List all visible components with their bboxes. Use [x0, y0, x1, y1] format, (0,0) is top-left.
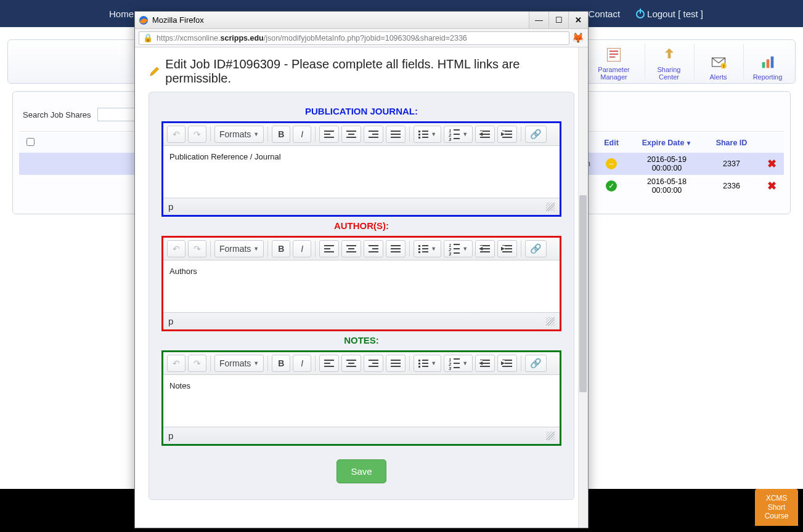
formats-dropdown[interactable]: Formats▼ [214, 355, 264, 372]
align-right-button[interactable] [364, 240, 383, 257]
lock-icon: 🔒 [143, 33, 153, 42]
save-button[interactable]: Save [336, 459, 386, 483]
insert-link-button[interactable]: 🔗 [525, 355, 547, 372]
parameter-manager-icon [605, 46, 622, 63]
window-minimize-button[interactable]: — [529, 12, 548, 28]
ribbon-parameter-manager[interactable]: Parameter Manager [584, 44, 643, 81]
sharing-center-icon [661, 46, 678, 63]
formats-dropdown[interactable]: Formats▼ [214, 240, 264, 257]
cell-expire: 2016-05-18 00:00:00 [630, 175, 704, 197]
outdent-button[interactable] [475, 355, 495, 372]
resize-grip-icon[interactable] [546, 317, 555, 326]
align-left-button[interactable] [319, 126, 339, 143]
scrollbar[interactable] [578, 47, 588, 528]
undo-button[interactable]: ↶ [167, 355, 185, 372]
align-center-button[interactable] [341, 240, 361, 257]
nav-logout[interactable]: Logout [ test ] [636, 9, 703, 19]
window-maximize-button[interactable]: ☐ [548, 12, 568, 28]
editor-status-path[interactable]: p [168, 430, 173, 441]
sort-desc-icon: ▼ [685, 140, 691, 147]
redo-button[interactable]: ↷ [188, 240, 206, 257]
indent-button[interactable] [497, 126, 517, 143]
edit-pending-icon[interactable]: – [606, 158, 617, 169]
number-list-button[interactable]: 123▼ [444, 355, 473, 372]
url-input[interactable]: 🔒 https://xcmsonline.scripps.edu/json/mo… [139, 31, 569, 45]
col-edit[interactable]: Edit [593, 133, 630, 153]
col-expire[interactable]: Expire Date▼ [630, 133, 704, 153]
editor-status-path[interactable]: p [168, 316, 173, 326]
redo-button[interactable]: ↷ [188, 355, 206, 372]
editor-content[interactable]: Notes [163, 375, 560, 427]
label-publication-journal: PUBLICATION JOURNAL: [161, 106, 561, 116]
page-title: Edit Job ID#1096309 - Please complete al… [165, 57, 574, 86]
edit-ok-icon[interactable]: ✓ [606, 180, 617, 191]
firefox-window: Mozilla Firefox — ☐ ✕ 🔒 https://xcmsonli… [134, 11, 589, 528]
align-right-button[interactable] [364, 355, 383, 372]
bold-button[interactable]: B [272, 355, 290, 372]
italic-button[interactable]: I [293, 240, 311, 257]
xcms-course-tab[interactable]: XCMS Short Course [755, 489, 798, 526]
alerts-icon: ! [710, 54, 727, 71]
bullet-list-button[interactable]: ▼ [414, 126, 441, 143]
editor-authors: ↶ ↷ Formats▼ B I ▼ 123▼ [161, 236, 561, 331]
align-left-button[interactable] [319, 355, 339, 372]
editor-toolbar: ↶ ↷ Formats▼ B I ▼ 123▼ [163, 352, 560, 375]
undo-button[interactable]: ↶ [167, 240, 185, 257]
insert-link-button[interactable]: 🔗 [525, 240, 547, 257]
url-bar-row: 🔒 https://xcmsonline.scripps.edu/json/mo… [135, 29, 588, 47]
ribbon-alerts[interactable]: ! Alerts [694, 44, 742, 81]
window-title: Mozilla Firefox [152, 15, 204, 25]
delete-icon[interactable]: ✖ [767, 180, 777, 192]
bold-button[interactable]: B [272, 126, 290, 143]
select-all-checkbox[interactable] [26, 138, 35, 146]
formats-dropdown[interactable]: Formats▼ [214, 126, 264, 143]
editor-content[interactable]: Publication Reference / Journal [163, 146, 560, 198]
italic-button[interactable]: I [293, 355, 311, 372]
align-justify-button[interactable] [386, 355, 406, 372]
align-justify-button[interactable] [386, 126, 406, 143]
indent-button[interactable] [497, 240, 517, 257]
label-authors: AUTHOR(S): [161, 220, 561, 231]
number-list-button[interactable]: 123▼ [444, 126, 473, 143]
search-label: Search Job Shares [23, 110, 91, 119]
align-center-button[interactable] [341, 355, 361, 372]
number-list-button[interactable]: 123▼ [444, 240, 473, 257]
align-right-button[interactable] [364, 126, 383, 143]
ribbon-reporting[interactable]: Reporting [743, 44, 791, 81]
delete-icon[interactable]: ✖ [767, 158, 777, 170]
svg-rect-5 [766, 59, 769, 68]
align-center-button[interactable] [341, 126, 361, 143]
cell-shareid: 2336 [704, 175, 759, 197]
col-shareid[interactable]: Share ID [704, 133, 759, 153]
align-justify-button[interactable] [386, 240, 406, 257]
editor-notes: ↶ ↷ Formats▼ B I ▼ 123▼ [161, 350, 561, 446]
indent-button[interactable] [497, 355, 517, 372]
resize-grip-icon[interactable] [546, 432, 555, 440]
window-close-button[interactable]: ✕ [568, 12, 588, 28]
nav-contact[interactable]: Contact [588, 9, 620, 19]
italic-button[interactable]: I [293, 126, 311, 143]
label-notes: NOTES: [161, 335, 561, 345]
nav-home[interactable]: Home [109, 9, 134, 19]
pencil-icon [149, 65, 160, 78]
insert-link-button[interactable]: 🔗 [525, 126, 547, 143]
power-icon [636, 10, 645, 18]
reporting-icon [759, 54, 777, 71]
editor-status-path[interactable]: p [168, 201, 173, 212]
firefox-icon [139, 15, 149, 25]
align-left-button[interactable] [319, 240, 339, 257]
bullet-list-button[interactable]: ▼ [414, 240, 441, 257]
bold-button[interactable]: B [272, 240, 290, 257]
outdent-button[interactable] [475, 240, 495, 257]
window-titlebar[interactable]: Mozilla Firefox — ☐ ✕ [135, 12, 588, 29]
editor-publication-journal: ↶ ↷ Formats▼ B I ▼ 123▼ [161, 121, 561, 217]
ribbon-sharing-center[interactable]: Sharing Center [645, 44, 693, 81]
undo-button[interactable]: ↶ [167, 126, 185, 143]
resize-grip-icon[interactable] [546, 203, 555, 211]
bullet-list-button[interactable]: ▼ [414, 355, 441, 372]
scrollbar-thumb[interactable] [579, 195, 587, 392]
editor-content[interactable]: Authors [163, 260, 560, 312]
redo-button[interactable]: ↷ [188, 126, 206, 143]
outdent-button[interactable] [475, 126, 495, 143]
editor-toolbar: ↶ ↷ Formats▼ B I ▼ 123▼ [163, 238, 560, 260]
